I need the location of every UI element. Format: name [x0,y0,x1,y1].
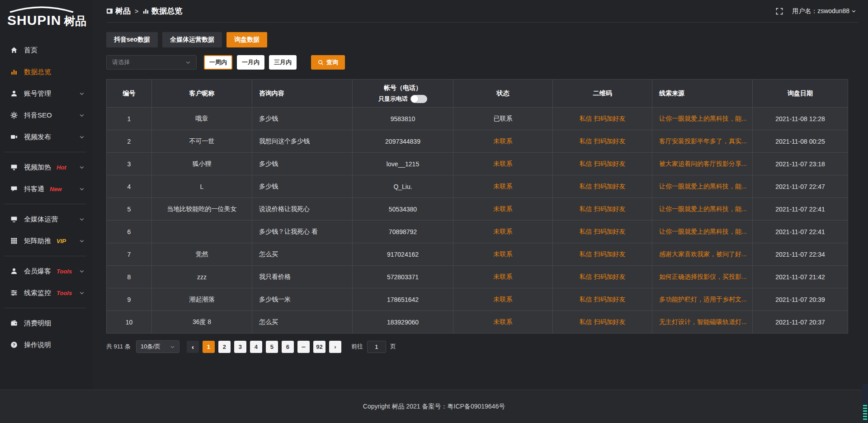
sidebar-item-video-heat[interactable]: 视频加热Hot [0,156,93,178]
qrcode-link[interactable]: 私信 扫码加好友 [580,273,626,280]
sidebar-item-account-management[interactable]: 账号管理 [0,83,93,104]
breadcrumb-item-home[interactable]: 树品 [106,6,131,16]
page-button-6[interactable]: 6 [282,341,294,353]
qrcode-link[interactable]: 私信 扫码加好友 [580,318,626,325]
cell-date: 2021-11-08 12:28 [753,108,848,130]
cell-source: 多功能护栏灯，适用于乡村文... [652,288,753,311]
cell-source: 感谢大家喜欢我家，被问了好... [652,243,753,266]
table-row: 8zzz我只看价格572803371未联系私信 扫码加好友如何正确选择投影仪，买… [107,266,848,288]
qrcode-link[interactable]: 私信 扫码加好友 [580,160,626,167]
qrcode-link[interactable]: 私信 扫码加好友 [580,228,626,235]
sidebar-item-data-overview[interactable]: 数据总览 [0,61,93,83]
sidebar-divider [4,256,86,256]
range-button-month[interactable]: 一月内 [237,55,264,70]
user-menu[interactable]: 用户名：zswodun88 [792,7,856,15]
source-link[interactable]: 让你一眼就爱上的黑科技，能... [659,205,747,212]
page-button-2[interactable]: 2 [218,341,231,353]
page-button-92[interactable]: 92 [313,341,326,353]
sidebar-item-lead-monitor[interactable]: 线索监控Tools [0,282,93,304]
sidebar-item-media-operation[interactable]: 全媒体运营 [0,208,93,230]
pagination-ellipsis-button[interactable]: ••• [297,341,310,353]
cell-qrcode: 私信 扫码加好友 [553,198,652,221]
topbar: 树品 > 数据总览 用户名：zswodun88 [93,0,868,22]
range-button-quarter[interactable]: 三月内 [269,55,297,70]
source-link[interactable]: 让你一眼就爱上的黑科技，能... [659,228,747,235]
chat-icon [10,185,18,193]
cell-date: 2021-11-07 22:41 [753,198,848,221]
sidebar-item-label: 抖音SEO [24,111,52,120]
cell-content: 多少钱？让我死心 看 [252,221,353,243]
goto-label: 前往 [351,343,363,351]
cell-source: 让你一眼就爱上的黑科技，能... [652,198,753,221]
source-link[interactable]: 多功能护栏灯，适用于乡村文... [659,296,747,303]
source-link[interactable]: 让你一眼就爱上的黑科技，能... [659,183,747,190]
cell-qrcode: 私信 扫码加好友 [553,243,652,266]
breadcrumb-label: 树品 [115,6,131,16]
user-icon [10,89,18,98]
sidebar-badge: New [50,186,62,193]
page-size-select[interactable]: 10条/页 [136,340,179,353]
sidebar-item-home[interactable]: 首页 [0,39,93,61]
sidebar-menu: 首页数据总览账号管理抖音SEO视频发布视频加热Hot抖客通New全媒体运营矩阵助… [0,39,93,356]
qrcode-link[interactable]: 私信 扫码加好友 [580,115,626,122]
page-button-5[interactable]: 5 [266,341,278,353]
cell-qrcode: 私信 扫码加好友 [553,221,652,243]
cell-content: 多少钱一米 [252,288,353,311]
cell-status: 未联系 [453,221,553,243]
search-button[interactable]: 查询 [311,55,345,70]
sidebar-item-label: 消费明细 [24,319,51,328]
question-icon: ? [10,341,18,349]
filter-select[interactable]: 请选择 [106,55,197,70]
source-link[interactable]: 感谢大家喜欢我家，被问了好... [659,250,747,258]
goto-page-input[interactable] [367,341,386,353]
chevron-down-icon [170,344,175,349]
source-link[interactable]: 被大家追着问的客厅投影分享... [659,160,747,167]
qrcode-link[interactable]: 私信 扫码加好友 [580,137,626,145]
cell-status: 未联系 [453,130,553,153]
breadcrumb-item-current[interactable]: 数据总览 [142,6,182,16]
sidebar-item-expense-detail[interactable]: 消费明细 [0,312,93,334]
sidebar-item-label: 会员爆客 [24,267,51,276]
page-button-4[interactable]: 4 [250,341,262,353]
tab-media-operation-data[interactable]: 全媒体运营数据 [162,32,222,47]
header-date: 询盘日期 [753,80,848,108]
pagination-goto: 前往 页 [351,341,396,353]
range-button-week[interactable]: 一周内 [204,55,232,70]
source-link[interactable]: 无主灯设计，智能磁吸轨道灯... [659,318,747,325]
pagination-prev-button[interactable]: ‹ [187,341,199,353]
page-button-1[interactable]: 1 [203,341,215,353]
source-link[interactable]: 让你一眼就爱上的黑科技，能... [659,115,747,122]
sidebar-item-video-publish[interactable]: 视频发布 [0,126,93,148]
app-logo[interactable]: SHUPIN 树品 [0,4,93,31]
copyright-text: Copyright 树品 2021 备案号：粤ICP备09019646号 [363,403,505,411]
sidebar-item-operation-guide[interactable]: ?操作说明 [0,334,93,356]
sidebar-item-douyin-seo[interactable]: 抖音SEO [0,104,93,126]
cell-qrcode: 私信 扫码加好友 [553,130,652,153]
qrcode-link[interactable]: 私信 扫码加好友 [580,250,626,258]
cell-nickname: 不可一世 [152,130,252,153]
tab-inquiry-data[interactable]: 询盘数据 [226,32,267,47]
qrcode-link[interactable]: 私信 扫码加好友 [580,205,626,212]
source-link[interactable]: 客厅安装投影半年多了，真实... [659,137,747,145]
username-label: 用户名：zswodun88 [792,7,849,15]
sidebar-item-doukatong[interactable]: 抖客通New [0,178,93,200]
pagination-next-button[interactable]: › [329,341,341,353]
fullscreen-icon[interactable] [776,8,783,15]
cell-id: 7 [107,243,152,266]
floating-widget-stripes [863,405,867,420]
cell-status: 未联系 [453,243,553,266]
floating-widget[interactable] [862,384,868,423]
sidebar-badge: Tools [57,290,72,296]
user-icon [10,267,18,275]
qrcode-link[interactable]: 私信 扫码加好友 [580,296,626,303]
cell-content: 多少钱 [252,153,353,175]
tab-douyin-seo-data[interactable]: 抖音seo数据 [106,32,158,47]
search-icon [318,60,324,66]
qrcode-link[interactable]: 私信 扫码加好友 [580,183,626,190]
sidebar-item-member-burst[interactable]: 会员爆客Tools [0,260,93,282]
page-button-3[interactable]: 3 [234,341,246,353]
video-icon [10,133,18,141]
phone-only-toggle[interactable] [410,95,427,103]
source-link[interactable]: 如何正确选择投影仪，买投影... [659,273,747,280]
sidebar-item-matrix-boost[interactable]: 矩阵助推VIP [0,230,93,252]
